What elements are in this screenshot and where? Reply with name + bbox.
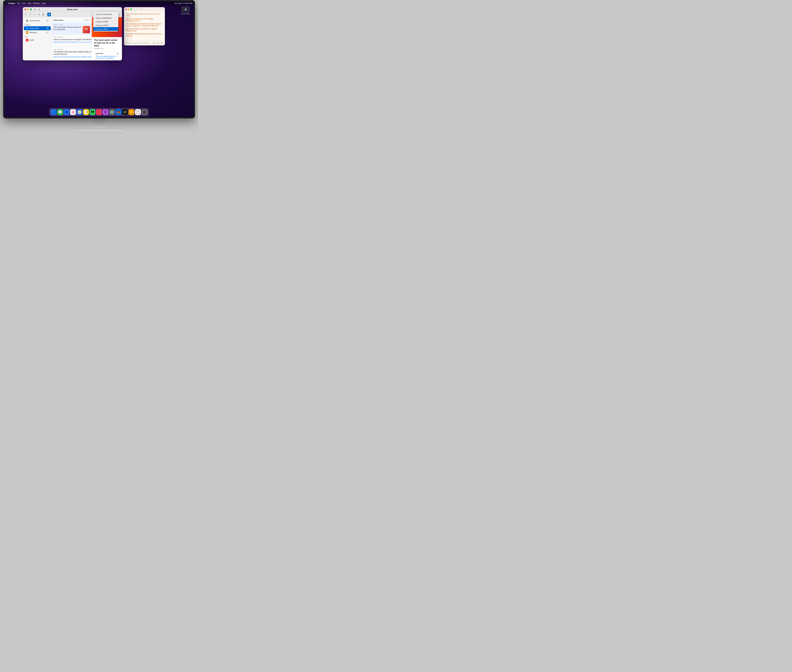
dock-podcasts[interactable]: 🎙 <box>103 109 109 115</box>
archive-icon[interactable]: ⊡ <box>37 13 41 16</box>
notes-btn2[interactable] <box>136 8 138 10</box>
article-text-3: The Weather App Adds More Detailed Data … <box>54 51 92 58</box>
notes-close[interactable] <box>125 8 127 10</box>
dock-clipboard[interactable]: 📋 <box>135 109 141 115</box>
dock-maps[interactable]: 🗺 <box>90 109 96 115</box>
article-thumb-1: 🎌 <box>83 26 90 33</box>
edit-icon[interactable]: ✏ <box>24 13 28 16</box>
sidebar: 📦 Junk Drawer 1 Folders ● <box>23 17 52 60</box>
dock-finder[interactable]: 🔵 <box>51 109 56 115</box>
traffic-lights <box>24 8 32 10</box>
window-toolbar-icons: ⚙ ⧉ <box>33 8 41 11</box>
notes-stats: 10 lines · 55 words · 281 characters <box>126 42 149 44</box>
dock-mail[interactable]: ✉ <box>64 109 69 115</box>
maximize-button[interactable] <box>30 8 32 10</box>
dock-messages[interactable]: 💬 <box>57 109 63 115</box>
dock-notification[interactable]: 🔔 <box>128 109 135 115</box>
dock-safari[interactable]: 🧭 <box>77 109 83 115</box>
article-item-2[interactable]: Sep 17, 2023 Hands-on Impressions from A… <box>52 35 92 47</box>
desktop: Bridges File Edit View Window Help Sun S… <box>5 2 194 117</box>
dock: 🔵 💬 ✉ 🌸 🧭 📝 🗺 🎵 🎙 ⚙️ 🌉 1P 🔔 📋 🗑 <box>49 108 149 116</box>
dock-notes[interactable]: 📝 <box>83 109 89 115</box>
context-menu-item-hyperlinks[interactable]: Copy as Hyperlinks <box>93 13 118 16</box>
sidebar-item-watches[interactable]: ⌚ Watches 1 <box>24 30 51 34</box>
screen-bezel: Bridges File Edit View Window Help Sun S… <box>3 0 195 118</box>
dock-photos[interactable]: 🌸 <box>70 109 76 115</box>
minimize-button[interactable] <box>27 8 29 10</box>
share-icon[interactable]: ↗ <box>29 13 32 16</box>
article-list-count: Links: 5 <box>84 19 90 21</box>
bookmark-icon[interactable]: □ <box>33 13 37 16</box>
notes-back-icon[interactable]: ← <box>152 42 155 45</box>
menubar-app-name[interactable]: Bridges <box>8 2 15 4</box>
article-content-3: The Weather App Adds More Detailed Data … <box>54 51 90 58</box>
article-item-4[interactable]: Sep 17, 2023 My easter basket of reactio… <box>52 59 92 60</box>
menu-view[interactable]: View <box>27 2 31 4</box>
settings-icon[interactable]: ⚙ <box>33 8 37 11</box>
notes-btn4[interactable] <box>141 8 143 10</box>
sidebar-folders-section: Folders ● Read Later 5 <box>23 23 52 34</box>
menubar-left: Bridges File Edit View Window Help <box>6 2 46 4</box>
folders-header: Folders <box>23 23 52 26</box>
watches-badge: 1 <box>46 32 49 34</box>
sidebar-item-read-later[interactable]: ● Read Later 5 <box>24 26 51 30</box>
notes-link-3[interactable]: The Weather App Adds More Detailed Data … <box>126 23 163 27</box>
close-button[interactable] <box>24 8 26 10</box>
context-hyperlinks-label: Copy as Hyperlinks <box>96 13 112 15</box>
copy-format-button[interactable]: ⊞ <box>47 13 51 16</box>
detail-hyperlink-label: Hyperlink ⎘ <box>96 53 118 54</box>
notes-minimize[interactable] <box>128 8 130 10</box>
delete-icon[interactable]: 🗑 <box>42 13 45 16</box>
dock-bridges[interactable]: 🌉 <box>115 109 122 115</box>
sidebar-item-junk-drawer[interactable]: 📦 Junk Drawer 1 <box>24 19 51 22</box>
notes-btn1[interactable] <box>133 8 135 10</box>
article-date-1: Sep 17, 2023 <box>54 24 90 26</box>
detail-hyperlink-url[interactable]: The must-watch anime to look out for in … <box>96 55 118 59</box>
detail-hyperlink-section: Hyperlink ⎘ The must-watch anime to look… <box>94 51 120 60</box>
menubar-right: Sun Sep 17 10:55 PM <box>175 2 192 4</box>
dock-1password[interactable]: 1P <box>122 109 128 115</box>
copy-hyperlink-icon[interactable]: ⎘ <box>117 53 118 54</box>
notes-maximize[interactable] <box>130 8 132 10</box>
context-menu-item-urls[interactable]: Copy as URLs <box>93 27 118 31</box>
new-window-icon[interactable]: ⧉ <box>38 8 41 11</box>
watches-label: Watches <box>30 32 37 34</box>
menu-file[interactable]: File <box>17 2 20 4</box>
context-html-label: Copy as HTML <box>96 21 109 22</box>
notes-link-2[interactable]: Hands-on Impressions from Apple's Wonder… <box>126 18 163 22</box>
sidebar-junk-section: 📦 Junk Drawer 1 <box>23 19 52 22</box>
article-list: Read Later Links: 5 Sep 17, 2023 The mus… <box>52 17 92 60</box>
notes-forward-icon[interactable]: → <box>156 42 159 45</box>
article-item-1[interactable]: Sep 17, 2023 The must-watch anime to loo… <box>52 22 92 35</box>
screenshot-widget[interactable]: 🖥 Screen Shots <box>180 6 191 14</box>
bridges-window: ⚙ ⧉ Read Later ✏ ↗ □ ⊡ 🗑 ⊞ <box>23 7 122 60</box>
article-content-2: Hands-on Impressions from Apple's Wonder… <box>54 38 90 46</box>
context-menu-item-markdown[interactable]: Copy as Markdown <box>93 16 118 20</box>
article-item-3[interactable]: Sep 17, 2023 The Weather App Adds More D… <box>52 47 92 59</box>
notes-link-5[interactable]: The Baltic Aquascaphe Dual-Crown (Live P… <box>126 33 163 37</box>
dock-trash[interactable]: 🗑 <box>141 109 147 115</box>
notes-link-1[interactable]: The must-watch anime to look out for in … <box>126 13 163 17</box>
sidebar-item-swift[interactable]: S Swift <box>24 38 51 42</box>
article-text-2: Hands-on Impressions from Apple's Wonder… <box>54 38 92 43</box>
menu-window[interactable]: Window <box>33 2 40 4</box>
dev-header: Dev <box>23 35 52 38</box>
notes-link-4[interactable]: My easter basket of reactions to Apple's… <box>126 28 163 32</box>
context-menu-item-html[interactable]: Copy as HTML <box>93 20 118 24</box>
dock-music[interactable]: 🎵 <box>96 109 102 115</box>
article-url-3: https://www.macstories.net/reviews/the-w… <box>54 56 92 58</box>
screenshot-icon: 🖥 <box>181 6 189 13</box>
article-title-2: Hands-on Impressions from Apple's Wonder… <box>54 38 92 41</box>
article-date-2: Sep 17, 2023 <box>54 36 90 38</box>
notes-expand-icon[interactable]: ⤢ <box>160 42 163 45</box>
detail-title: The must-watch anime to look out for in … <box>94 39 120 47</box>
menu-help[interactable]: Help <box>42 2 46 4</box>
context-menu-item-json[interactable]: Copy as JSON <box>93 24 118 27</box>
dock-system-prefs[interactable]: ⚙️ <box>109 109 115 115</box>
imac-shell: Bridges File Edit View Window Help Sun S… <box>0 0 198 168</box>
article-list-title: Read Later <box>54 19 63 21</box>
watches-icon: ⌚ <box>26 31 29 34</box>
menu-edit[interactable]: Edit <box>22 2 25 4</box>
notes-btn3[interactable] <box>138 8 140 10</box>
stand-base <box>74 128 124 131</box>
